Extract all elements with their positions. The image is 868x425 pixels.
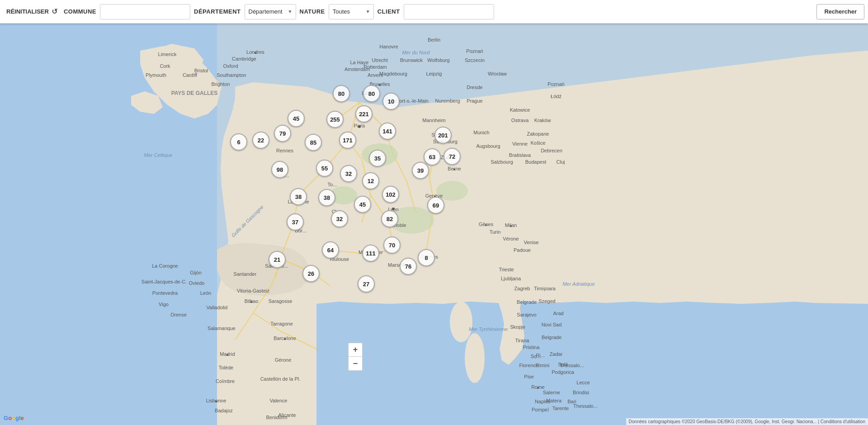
nature-select[interactable]: Toutes Vente Location Viager	[329, 4, 374, 19]
svg-text:Skopje: Skopje	[510, 324, 525, 330]
svg-text:Kraków: Kraków	[534, 118, 551, 123]
cluster-value[interactable]: 76	[400, 258, 417, 275]
cluster-marker[interactable]: 6	[230, 133, 247, 151]
cluster-marker[interactable]: 85	[305, 134, 322, 151]
cluster-marker[interactable]: 79	[274, 125, 291, 142]
cluster-marker[interactable]: 72	[443, 148, 461, 165]
cluster-value[interactable]: 80	[363, 85, 380, 102]
svg-text:Magdebourg: Magdebourg	[379, 71, 407, 76]
svg-text:Arad: Arad	[553, 311, 563, 316]
cluster-marker[interactable]: 45	[354, 196, 371, 213]
cluster-value[interactable]: 45	[354, 196, 371, 213]
client-input[interactable]	[404, 4, 494, 19]
cluster-marker[interactable]: 10	[382, 93, 400, 110]
cluster-value[interactable]: 64	[322, 241, 339, 259]
svg-text:Plymouth: Plymouth	[146, 72, 166, 78]
cluster-marker[interactable]: 32	[331, 210, 348, 227]
cluster-marker[interactable]: 22	[252, 132, 269, 149]
cluster-marker[interactable]: 255	[326, 111, 344, 128]
commune-input[interactable]	[100, 4, 190, 19]
svg-text:Rennes: Rennes	[276, 148, 293, 153]
cluster-value[interactable]: 255	[326, 111, 344, 128]
cluster-value[interactable]: 79	[274, 125, 291, 142]
cluster-marker[interactable]: 26	[302, 265, 320, 282]
cluster-marker[interactable]: 12	[362, 172, 379, 189]
svg-text:PAYS DE
GALLES: PAYS DE GALLES	[171, 90, 218, 96]
svg-text:Salamanque: Salamanque	[208, 326, 236, 331]
cluster-marker[interactable]: 55	[316, 160, 333, 177]
cluster-marker[interactable]: 27	[358, 275, 375, 293]
reset-button[interactable]: RÉINITIALISER ↺	[4, 5, 60, 18]
cluster-marker[interactable]: 35	[369, 150, 386, 167]
cluster-value[interactable]: 21	[269, 251, 286, 268]
svg-text:Salzbourg: Salzbourg	[491, 159, 513, 165]
cluster-marker[interactable]: 141	[379, 123, 396, 140]
svg-text:Turin: Turin	[490, 229, 501, 235]
svg-text:Vigo: Vigo	[159, 302, 169, 307]
cluster-marker[interactable]: 80	[333, 85, 350, 102]
svg-text:Leipzig: Leipzig	[426, 71, 442, 76]
cluster-marker[interactable]: 70	[383, 236, 401, 254]
svg-text:Dresde: Dresde	[467, 85, 482, 90]
cluster-marker[interactable]: 171	[339, 132, 356, 149]
cluster-value[interactable]: 26	[302, 265, 320, 282]
cluster-value[interactable]: 141	[379, 123, 396, 140]
svg-text:Prague: Prague	[467, 98, 482, 104]
cluster-marker[interactable]: 21	[269, 251, 286, 268]
cluster-marker[interactable]: 38	[290, 188, 307, 205]
cluster-value[interactable]: 55	[316, 160, 333, 177]
cluster-marker[interactable]: 98	[271, 161, 288, 178]
client-label: CLIENT	[377, 8, 400, 15]
zoom-out-button[interactable]: −	[349, 357, 362, 370]
cluster-value[interactable]: 10	[382, 93, 400, 110]
cluster-marker[interactable]: 102	[382, 186, 399, 203]
svg-text:Cluj: Cluj	[557, 159, 565, 165]
cluster-value[interactable]: 221	[355, 105, 373, 123]
cluster-value[interactable]: 80	[333, 85, 350, 102]
svg-text:Ri...: Ri...	[536, 353, 545, 358]
cluster-value[interactable]: 98	[271, 161, 288, 178]
cluster-value[interactable]: 72	[443, 148, 461, 165]
cluster-value[interactable]: 35	[369, 150, 386, 167]
cluster-value[interactable]: 37	[287, 213, 304, 231]
cluster-marker[interactable]: 37	[287, 213, 304, 231]
cluster-value[interactable]: 111	[362, 245, 379, 262]
cluster-value[interactable]: 8	[418, 249, 435, 266]
map-container[interactable]: Paris Rennes Nan... To... La Roche Bor..…	[0, 24, 868, 425]
cluster-marker[interactable]: 69	[427, 197, 444, 214]
cluster-value[interactable]: 6	[230, 133, 247, 151]
cluster-value[interactable]: 201	[434, 127, 452, 144]
cluster-marker[interactable]: 32	[340, 165, 357, 182]
cluster-value[interactable]: 32	[331, 210, 348, 227]
cluster-value[interactable]: 27	[358, 275, 375, 293]
cluster-value[interactable]: 12	[362, 172, 379, 189]
cluster-value[interactable]: 102	[382, 186, 399, 203]
cluster-marker[interactable]: 64	[322, 241, 339, 259]
cluster-value[interactable]: 39	[412, 162, 429, 179]
cluster-marker[interactable]: 82	[381, 210, 398, 227]
svg-text:Valladolid: Valladolid	[207, 305, 228, 310]
cluster-value[interactable]: 82	[381, 210, 398, 227]
search-button[interactable]: Rechercher	[816, 4, 864, 19]
cluster-value[interactable]: 85	[305, 134, 322, 151]
cluster-value[interactable]: 69	[427, 197, 444, 214]
cluster-value[interactable]: 32	[340, 165, 357, 182]
cluster-value[interactable]: 38	[290, 188, 307, 205]
cluster-marker[interactable]: 221	[355, 105, 373, 123]
cluster-marker[interactable]: 201	[434, 127, 452, 144]
svg-text:Saragosse: Saragosse	[269, 298, 292, 304]
cluster-marker[interactable]: 80	[363, 85, 380, 102]
cluster-value[interactable]: 38	[318, 189, 335, 206]
departement-select[interactable]: Département	[245, 4, 296, 19]
svg-text:Thessalo...: Thessalo...	[560, 363, 584, 368]
cluster-marker[interactable]: 111	[362, 245, 379, 262]
cluster-value[interactable]: 22	[252, 132, 269, 149]
cluster-marker[interactable]: 38	[318, 189, 335, 206]
svg-text:Valence: Valence	[270, 398, 288, 403]
cluster-value[interactable]: 70	[383, 236, 401, 254]
cluster-marker[interactable]: 76	[400, 258, 417, 275]
cluster-marker[interactable]: 39	[412, 162, 429, 179]
cluster-value[interactable]: 171	[339, 132, 356, 149]
cluster-marker[interactable]: 8	[418, 249, 435, 266]
zoom-in-button[interactable]: +	[349, 343, 362, 357]
